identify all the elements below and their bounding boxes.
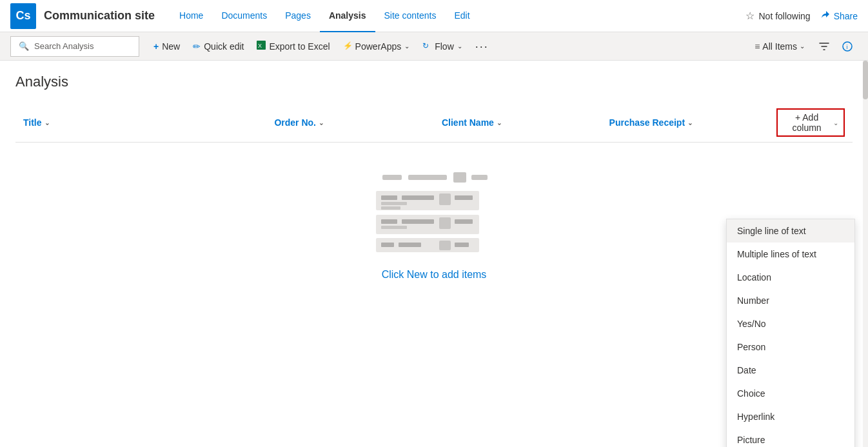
new-label: New — [162, 41, 180, 52]
svg-rect-16 — [381, 206, 400, 210]
svg-text:X: X — [258, 43, 262, 49]
excel-icon: X — [257, 41, 266, 52]
share-label: Share — [834, 11, 858, 21]
export-to-excel-label: Export to Excel — [269, 41, 330, 52]
svg-rect-25 — [399, 243, 421, 247]
empty-text: Click New to add items — [382, 269, 487, 281]
dropdown-menu: Single line of text Multiple lines of te… — [726, 219, 855, 447]
quick-edit-button[interactable]: ✏ Quick edit — [186, 32, 250, 61]
all-items-chevron-icon: ⌄ — [800, 43, 805, 50]
svg-rect-17 — [376, 215, 479, 234]
menu-item-multiple-lines[interactable]: Multiple lines of text — [727, 243, 854, 266]
nav-analysis[interactable]: Analysis — [320, 0, 375, 32]
svg-rect-19 — [402, 219, 434, 224]
scrollbar-track[interactable] — [863, 61, 868, 447]
svg-text:↻: ↻ — [422, 41, 429, 50]
menu-item-single-line[interactable]: Single line of text — [727, 219, 854, 243]
order-chevron-icon: ⌄ — [319, 119, 324, 126]
nav-links: Home Documents Pages Analysis Site conte… — [170, 0, 745, 32]
star-icon: ☆ — [745, 10, 755, 22]
col-order-no[interactable]: Order No. ⌄ — [266, 103, 434, 143]
share-icon — [821, 10, 830, 21]
flow-label: Flow — [435, 41, 454, 52]
add-column-label: + Add column — [783, 112, 831, 133]
nav-documents[interactable]: Documents — [212, 0, 276, 32]
header-actions: ☆ Not following Share — [745, 10, 858, 22]
search-icon: 🔍 — [19, 41, 29, 51]
col-purchase-receipt[interactable]: Purchase Receipt ⌄ — [602, 103, 769, 143]
svg-rect-27 — [455, 243, 469, 247]
nav-edit[interactable]: Edit — [445, 0, 478, 32]
top-header: Cs Communication site Home Documents Pag… — [0, 0, 868, 32]
lines-icon: ≡ — [755, 41, 760, 52]
svg-rect-14 — [455, 195, 473, 200]
flow-button[interactable]: ↻ Flow ⌄ — [416, 32, 469, 61]
list-title: Analysis — [15, 74, 853, 90]
svg-rect-9 — [471, 175, 488, 180]
svg-rect-15 — [381, 202, 407, 205]
add-column-button[interactable]: + Add column ⌄ — [776, 108, 845, 137]
menu-item-location[interactable]: Location — [727, 266, 854, 289]
info-icon: i — [842, 41, 853, 52]
client-chevron-icon: ⌄ — [497, 119, 502, 126]
right-commands: ≡ All Items ⌄ i — [748, 32, 858, 61]
info-button[interactable]: i — [837, 32, 858, 61]
site-logo: Cs — [10, 3, 36, 29]
menu-item-number[interactable]: Number — [727, 289, 854, 312]
nav-site-contents[interactable]: Site contents — [375, 0, 446, 32]
svg-rect-11 — [381, 195, 397, 200]
export-to-excel-button[interactable]: X Export to Excel — [250, 32, 336, 61]
list-table: Title ⌄ Order No. ⌄ Client Name ⌄ — [15, 103, 853, 143]
powerapps-chevron-icon: ⌄ — [404, 43, 409, 50]
all-items-button[interactable]: ≡ All Items ⌄ — [748, 32, 811, 61]
scrollbar-thumb[interactable] — [863, 61, 868, 99]
svg-rect-8 — [453, 172, 466, 183]
menu-item-choice[interactable]: Choice — [727, 382, 854, 405]
not-following-button[interactable]: ☆ Not following — [745, 10, 810, 22]
svg-rect-26 — [439, 241, 451, 250]
svg-rect-7 — [408, 175, 447, 180]
svg-rect-13 — [439, 194, 451, 205]
empty-illustration — [370, 168, 498, 259]
svg-rect-6 — [382, 175, 402, 180]
svg-rect-12 — [402, 195, 434, 200]
add-column-chevron-icon: ⌄ — [833, 119, 838, 126]
main-content: Analysis Title ⌄ Order No. ⌄ — [0, 61, 868, 447]
search-box[interactable]: 🔍 Search Analysis — [10, 36, 139, 57]
menu-item-hyperlink[interactable]: Hyperlink — [727, 405, 854, 428]
pencil-icon: ✏ — [193, 41, 201, 52]
svg-rect-24 — [381, 243, 394, 247]
share-button[interactable]: Share — [821, 10, 858, 21]
all-items-label: All Items — [762, 41, 797, 52]
menu-item-picture[interactable]: Picture — [727, 428, 854, 447]
svg-text:i: i — [847, 44, 848, 50]
svg-rect-22 — [381, 226, 407, 229]
plus-icon: + — [153, 41, 159, 52]
title-chevron-icon: ⌄ — [44, 119, 50, 126]
more-dots-label: ··· — [475, 41, 489, 52]
filter-icon — [819, 41, 829, 52]
new-button[interactable]: + New — [147, 32, 186, 61]
filter-button[interactable] — [814, 32, 834, 61]
flow-icon: ↻ — [422, 41, 431, 52]
menu-item-person[interactable]: Person — [727, 335, 854, 359]
col-client-name[interactable]: Client Name ⌄ — [434, 103, 602, 143]
nav-home[interactable]: Home — [170, 0, 212, 32]
command-bar: 🔍 Search Analysis + New ✏ Quick edit X E… — [0, 32, 868, 61]
powerapps-label: PowerApps — [355, 41, 402, 52]
col-title[interactable]: Title ⌄ — [15, 103, 266, 143]
svg-rect-18 — [381, 219, 397, 224]
more-button[interactable]: ··· — [469, 32, 495, 61]
svg-rect-21 — [455, 219, 473, 224]
site-title: Communication site — [44, 9, 155, 23]
nav-pages[interactable]: Pages — [276, 0, 320, 32]
powerapps-icon: ⚡ — [343, 41, 352, 52]
menu-item-date[interactable]: Date — [727, 359, 854, 382]
quick-edit-label: Quick edit — [204, 41, 244, 52]
powerapps-button[interactable]: ⚡ PowerApps ⌄ — [337, 32, 417, 61]
flow-chevron-icon: ⌄ — [457, 43, 462, 50]
menu-item-yes-no[interactable]: Yes/No — [727, 312, 854, 335]
col-add-column[interactable]: + Add column ⌄ — [769, 103, 853, 143]
svg-text:⚡: ⚡ — [343, 41, 352, 50]
svg-rect-20 — [439, 217, 451, 229]
